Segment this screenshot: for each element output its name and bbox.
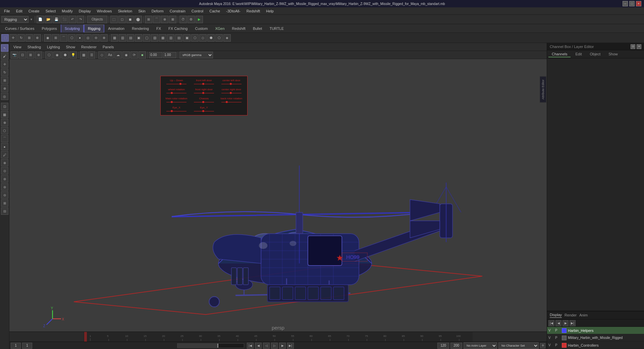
tab-fx-caching[interactable]: FX Caching <box>165 24 191 33</box>
open-scene-btn[interactable]: 📂 <box>45 16 52 23</box>
left-rotate[interactable]: ↻ <box>1 68 8 76</box>
menu-skin[interactable]: Skin <box>136 8 148 14</box>
vp-flat-btn[interactable]: ⬢ <box>61 51 69 59</box>
tool-sculpt-1[interactable]: ● <box>76 34 84 42</box>
menu-select[interactable]: Select <box>43 8 59 14</box>
left-soft-select[interactable]: ◎ <box>1 93 8 100</box>
vp-menu-shading[interactable]: Shading <box>25 44 44 50</box>
menu-deform[interactable]: Deform <box>149 8 166 14</box>
snap-curve-btn[interactable]: ⌒ <box>153 16 160 23</box>
menu-file[interactable]: File <box>1 8 13 14</box>
left-deform[interactable]: ⊝ <box>1 191 8 199</box>
tab-custom[interactable]: Custom <box>192 24 212 33</box>
vp-menu-view[interactable]: View <box>11 44 24 50</box>
layer-nav-prev[interactable]: ◀ <box>555 320 561 326</box>
tool-flare[interactable]: ⬡ <box>68 34 75 42</box>
left-scale[interactable]: ⊞ <box>1 77 8 84</box>
left-skin[interactable]: ⊜ <box>1 183 8 191</box>
viewport-canvas[interactable]: HO99 <box>9 59 547 332</box>
vp-ao-btn[interactable]: ◉ <box>122 51 130 59</box>
snap-point-btn[interactable]: ⊕ <box>161 16 168 23</box>
char-set-selector[interactable]: No Character Set <box>498 342 539 349</box>
layer-tab-anim[interactable]: Anim <box>579 313 588 318</box>
tool-soft-mod[interactable]: ◉ <box>44 34 51 42</box>
tool-n[interactable]: ⬠ <box>215 34 223 42</box>
playback-end-field[interactable] <box>450 343 462 349</box>
vp-frame-all-btn[interactable]: ⊡ <box>19 51 26 59</box>
tool-move[interactable]: ✛ <box>9 34 17 42</box>
lasso-select-btn[interactable]: ◻ <box>118 16 126 23</box>
vp-grid-btn[interactable]: ▦ <box>80 51 87 59</box>
tool-sculpt-3[interactable]: ⊖ <box>92 34 100 42</box>
tool-select[interactable]: ⬚ <box>1 34 9 42</box>
render-btn[interactable]: ▶ <box>196 16 203 23</box>
undo-btn[interactable]: ↶ <box>69 16 76 23</box>
history-btn[interactable]: ⏱ <box>179 16 187 23</box>
left-manip[interactable]: ⊕ <box>1 85 8 92</box>
left-select-tool[interactable]: ↖ <box>1 44 8 52</box>
prev-frame-btn[interactable]: ◀ <box>255 343 262 349</box>
vp-aa-btn[interactable]: Aa <box>106 51 114 59</box>
tab-edit[interactable]: Edit <box>572 51 585 57</box>
panel-float-btn[interactable]: ⊡ <box>631 44 635 49</box>
left-move[interactable]: ✛ <box>1 60 8 68</box>
layer-row-controllers[interactable]: V P Harbin_Controllers <box>547 342 644 349</box>
tool-o[interactable]: ◈ <box>223 34 231 42</box>
tab-turtle[interactable]: TURTLE <box>266 24 287 33</box>
snap-view-btn[interactable]: ⊠ <box>169 16 176 23</box>
left-grid[interactable]: ▦ <box>1 111 8 118</box>
play-back-btn[interactable]: ◁ <box>263 343 270 349</box>
menu-skeleton[interactable]: Skeleton <box>115 8 135 14</box>
tab-channels[interactable]: Channels <box>548 51 571 57</box>
left-poly[interactable]: ⬡ <box>1 127 8 134</box>
vp-value1[interactable] <box>149 52 162 58</box>
minimize-button[interactable]: ─ <box>623 1 628 6</box>
save-scene-btn[interactable]: 💾 <box>53 16 60 23</box>
left-joint[interactable]: ⊙ <box>1 167 8 174</box>
range-bar[interactable] <box>177 343 244 348</box>
left-paint[interactable]: 🖌 <box>1 52 8 60</box>
vp-frame-sel-btn[interactable]: ⊞ <box>27 51 34 59</box>
vp-sync-btn[interactable]: ⊕ <box>35 51 42 59</box>
tab-bullet[interactable]: Bullet <box>249 24 266 33</box>
vp-shadow-btn[interactable]: ☁ <box>114 51 122 59</box>
tool-manip[interactable]: ⊕ <box>34 34 41 42</box>
goto-start-btn[interactable]: |◀ <box>247 343 254 349</box>
menu-cache[interactable]: Cache <box>207 8 223 14</box>
vp-menu-lighting[interactable]: Lighting <box>44 44 63 50</box>
tool-h[interactable]: ▥ <box>167 34 174 42</box>
vp-gamma-selector[interactable]: sRGB gamma <box>179 52 213 58</box>
layer-nav-next[interactable]: ▶ <box>562 320 569 326</box>
playback-range-field[interactable] <box>437 343 449 349</box>
tab-fx[interactable]: FX <box>153 24 165 33</box>
anim-layer-selector[interactable]: No Anim Layer <box>464 342 497 349</box>
tool-d[interactable]: ▣ <box>135 34 142 42</box>
menu-help[interactable]: Help <box>263 8 276 14</box>
vp-color-btn[interactable]: ■ <box>139 51 146 59</box>
close-button[interactable]: ✕ <box>636 1 641 6</box>
layer-p-btn-1[interactable]: P <box>555 329 560 332</box>
tab-redshift[interactable]: Redshift <box>228 24 249 33</box>
vp-value2[interactable] <box>163 52 176 58</box>
vp-hud-btn[interactable]: ☰ <box>88 51 95 59</box>
layer-p-btn-2[interactable]: P <box>555 336 560 340</box>
layer-row-helpers[interactable]: V P Harbin_Helpers <box>547 327 644 334</box>
vp-smooth-btn[interactable]: ◉ <box>53 51 61 59</box>
tool-i[interactable]: ▤ <box>175 34 182 42</box>
goto-end-btn[interactable]: ▶| <box>287 343 294 349</box>
panel-close-btn[interactable]: ✕ <box>637 44 641 49</box>
play-fwd-btn[interactable]: ▷ <box>271 343 278 349</box>
layer-p-btn-3[interactable]: P <box>555 343 560 347</box>
anim-options-btn[interactable]: ⚙ <box>540 343 545 348</box>
tab-rigging[interactable]: Rigging <box>84 24 104 33</box>
tool-scale[interactable]: ⊞ <box>25 34 33 42</box>
vp-iso-btn[interactable]: ◇ <box>98 51 106 59</box>
tool-sculpt-2[interactable]: ◎ <box>84 34 92 42</box>
tool-l[interactable]: ◇ <box>199 34 207 42</box>
layer-nav-start[interactable]: |◀ <box>548 320 554 326</box>
tool-e[interactable]: ▢ <box>143 34 150 42</box>
tab-sculpting[interactable]: Sculpting <box>61 24 84 33</box>
menu-constrain[interactable]: Constrain <box>167 8 188 14</box>
snap-grid-btn[interactable]: ⊞ <box>145 16 152 23</box>
playback-current-field[interactable] <box>22 343 32 349</box>
